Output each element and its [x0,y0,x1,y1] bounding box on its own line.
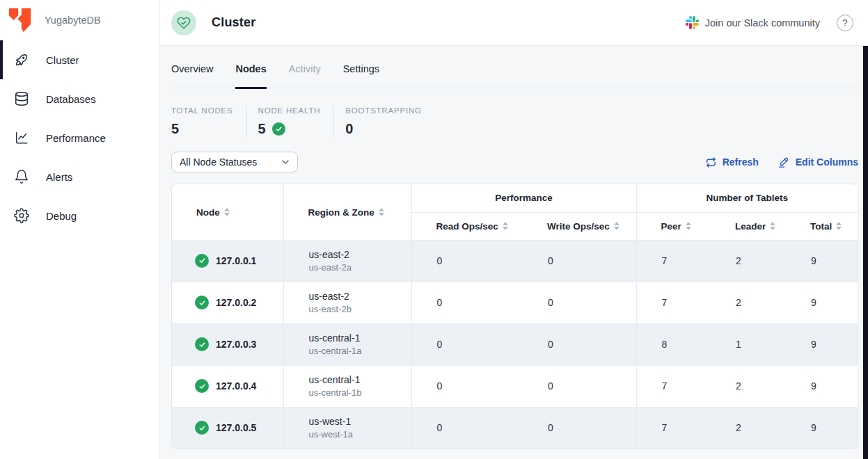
node-status-healthy-icon [195,421,209,435]
stat-value: 5 [171,121,179,137]
tab-nodes[interactable]: Nodes [235,63,266,88]
total-tablets-cell: 9 [786,282,858,323]
question-icon: ? [842,17,848,29]
peer-tablets-cell: 7 [636,407,711,449]
topbar: Cluster Join our Slack community ? [160,0,868,46]
sidebar-item-alerts[interactable]: Alerts [0,157,159,196]
sidebar-item-label: Databases [46,93,96,105]
col-write-ops[interactable]: Write Ops/sec [523,212,636,240]
refresh-label: Refresh [723,156,759,168]
chart-icon [14,130,29,145]
col-region-zone[interactable]: Region & Zone [283,184,411,240]
leader-tablets-cell: 2 [711,407,786,449]
stat-value: 5 [258,121,266,137]
region: us-east-2 [309,249,411,260]
tab-overview[interactable]: Overview [171,63,213,88]
node-address: 127.0.0.4 [216,380,256,392]
total-tablets-cell: 9 [786,365,858,407]
table-row: 127.0.0.5 us-west-1 us-west-1a 0 0 7 2 9 [172,407,858,449]
stat-label: TOTAL NODES [171,106,233,115]
read-ops-cell: 0 [411,365,523,407]
node-status-healthy-icon [195,254,209,268]
sort-icon [836,222,842,230]
tab-settings[interactable]: Settings [343,63,379,88]
write-ops-cell: 0 [523,365,636,407]
main-area: Cluster Join our Slack community ? [160,0,868,459]
node-cell: 127.0.0.5 [172,407,283,449]
health-check-icon [272,122,285,136]
group-performance: Performance [411,184,636,212]
table-row: 127.0.0.1 us-east-2 us-east-2a 0 0 7 2 9 [172,240,858,282]
zone: us-central-1a [309,346,411,356]
node-address: 127.0.0.1 [216,255,256,266]
read-ops-cell: 0 [411,240,523,282]
database-icon [14,91,29,106]
stat-value: 0 [345,121,353,137]
slack-link-label: Join our Slack community [705,17,820,29]
write-ops-cell: 0 [523,323,636,365]
col-leader[interactable]: Leader [711,212,786,240]
node-cell: 127.0.0.4 [172,365,283,407]
write-ops-cell: 0 [523,407,636,449]
node-cell: 127.0.0.1 [172,240,283,282]
cluster-health-heart-icon [171,10,196,35]
stat-label: NODE HEALTH [258,106,321,115]
sort-icon [686,222,691,230]
table-row: 127.0.0.2 us-east-2 us-east-2b 0 0 7 2 9 [172,282,858,323]
stat-total-nodes: TOTAL NODES 5 [171,106,246,136]
col-total[interactable]: Total [786,212,858,240]
peer-tablets-cell: 7 [636,282,711,323]
read-ops-cell: 0 [411,323,523,365]
sort-icon [224,208,230,216]
peer-tablets-cell: 7 [636,240,711,282]
node-status-healthy-icon [195,296,209,309]
leader-tablets-cell: 2 [711,240,786,282]
tab-activity[interactable]: Activity [289,63,321,88]
edit-columns-button[interactable]: Edit Columns [778,156,858,168]
sort-icon [379,208,384,216]
stat-node-health: NODE HEALTH 5 [246,106,334,136]
node-cell: 127.0.0.3 [172,323,283,365]
sidebar: YugabyteDB Cluster Databases [0,0,160,459]
slack-community-link[interactable]: Join our Slack community [686,16,820,29]
page-title: Cluster [212,15,255,30]
node-cell: 127.0.0.2 [172,282,283,323]
col-node[interactable]: Node [172,184,283,240]
col-peer[interactable]: Peer [636,212,711,240]
sidebar-item-label: Debug [46,210,77,222]
sort-icon [614,222,620,230]
region: us-central-1 [309,374,411,385]
nodes-table-card: Node Region & Zone Performance Number of… [171,184,858,449]
gear-icon [14,208,29,223]
total-tablets-cell: 9 [786,323,858,365]
tab-bar: Overview Nodes Activity Settings [171,46,858,88]
region: us-west-1 [309,416,411,427]
sort-icon [503,222,508,230]
sidebar-item-cluster[interactable]: Cluster [0,40,159,79]
refresh-icon [705,156,717,168]
edit-columns-label: Edit Columns [796,156,858,168]
page-scrollbar[interactable] [863,46,868,459]
region: us-central-1 [309,332,411,344]
zone: us-west-1a [309,429,411,440]
refresh-button[interactable]: Refresh [705,156,759,168]
peer-tablets-cell: 7 [636,365,711,407]
read-ops-cell: 0 [411,407,523,449]
leader-tablets-cell: 2 [711,365,786,407]
brand-logo-icon [8,7,33,33]
read-ops-cell: 0 [411,282,523,323]
region-zone-cell: us-west-1 us-west-1a [283,407,411,449]
help-button[interactable]: ? [837,15,853,31]
slack-icon [686,16,699,29]
node-status-select[interactable]: All Node Statuses [171,152,298,172]
stat-label: BOOTSTRAPPING [345,106,422,115]
sidebar-item-performance[interactable]: Performance [0,118,159,157]
sidebar-item-debug[interactable]: Debug [0,196,159,235]
sort-icon [770,222,775,230]
node-status-healthy-icon [195,337,209,351]
write-ops-cell: 0 [523,240,636,282]
zone: us-east-2b [309,304,411,314]
zone: us-central-1b [309,387,411,398]
sidebar-item-databases[interactable]: Databases [0,79,159,118]
col-read-ops[interactable]: Read Ops/sec [411,212,523,240]
